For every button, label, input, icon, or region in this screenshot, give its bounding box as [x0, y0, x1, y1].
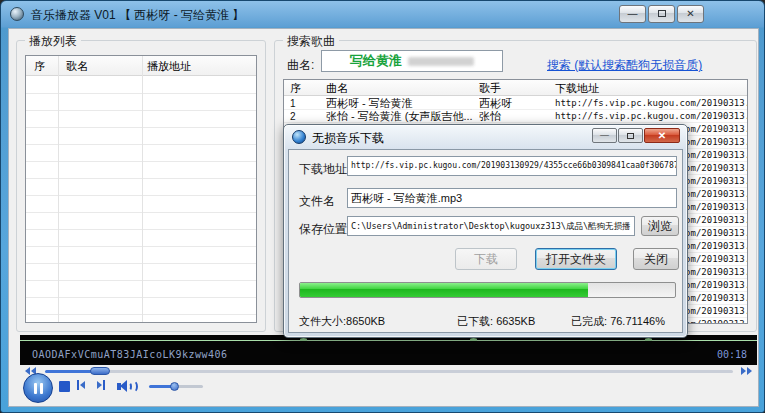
file-name-label: 文件名 [299, 193, 335, 210]
playlist-col-name: 歌名 [66, 59, 88, 74]
table-row[interactable]: 2张怡 - 写给黄淮 (女声版吉他...张怡http://fs.vip.pc.k… [284, 110, 747, 123]
playlist-divider [58, 56, 59, 322]
client-area: 播放列表 序 歌名 播放地址 搜索歌曲 曲名: 写给黄淮 搜索 (默认搜索酷狗无… [8, 28, 759, 407]
seek-thumb[interactable] [90, 367, 110, 375]
completed-value: 76.71146% [610, 315, 665, 327]
playlist-title: 播放列表 [25, 33, 81, 50]
table-cell: 张怡 - 写给黄淮 (女声版吉他... [326, 110, 476, 123]
query-value: 写给黄淮 [350, 52, 402, 70]
maximize-icon [627, 133, 634, 139]
search-input[interactable]: 写给黄淮 [321, 50, 503, 72]
dialog-close-button[interactable]: ✕ [644, 128, 680, 143]
browse-button[interactable]: 浏览 [641, 216, 679, 236]
pause-icon [40, 383, 43, 394]
search-link[interactable]: 搜索 (默认搜索酷狗无损音质) [547, 57, 702, 74]
spectrum-bump [645, 338, 652, 341]
playlist-header: 序 歌名 播放地址 [26, 56, 256, 76]
dialog-icon [292, 130, 306, 144]
playlist-panel: 播放列表 序 歌名 播放地址 [16, 40, 266, 332]
pause-button[interactable] [23, 373, 53, 403]
close-icon: ✕ [686, 8, 694, 19]
progress-bar [299, 282, 676, 298]
completed-label: 已完成: [571, 315, 607, 327]
table-cell: http://fs.vip.pc.kugou.com/20190313... [555, 110, 747, 123]
playlist-col-url: 播放地址 [147, 59, 191, 74]
close-icon: ✕ [658, 130, 666, 141]
downloaded-value: 6635KB [496, 315, 535, 327]
spectrum-bump [300, 338, 307, 341]
dialog-maximize-button[interactable] [618, 128, 643, 143]
table-cell: 西彬呀 - 写给黄淮 [326, 97, 476, 110]
save-location-label: 保存位置 [299, 221, 347, 238]
dialog-body: 下载地址 http://fs.vip.pc.kugou.com/20190313… [288, 149, 683, 333]
minimize-button[interactable]: — [619, 5, 646, 23]
results-col-artist: 歌手 [479, 81, 501, 96]
download-url-field[interactable]: http://fs.vip.pc.kugou.com/201903130929/… [347, 156, 677, 176]
results-col-name: 曲名 [326, 81, 348, 96]
dialog-minimize-button[interactable]: — [592, 128, 617, 143]
spectrum-bump [470, 338, 477, 341]
playlist-col-no: 序 [34, 59, 45, 74]
close-button[interactable]: ✕ [677, 5, 704, 23]
app-icon [10, 7, 24, 21]
downloaded-stat: 已下载: 6635KB [457, 314, 535, 329]
completed-stat: 已完成: 76.71146% [571, 314, 665, 329]
table-row[interactable]: 1西彬呀 - 写给黄淮西彬呀http://fs.vip.pc.kugou.com… [284, 97, 747, 110]
next-icon [97, 381, 102, 389]
previous-button[interactable] [77, 380, 85, 390]
results-col-no: 序 [290, 81, 301, 96]
search-results-header: 序 曲名 歌手 下载地址 [284, 80, 747, 96]
file-size-label: 文件大小: [299, 315, 346, 327]
minimize-icon: — [600, 130, 609, 140]
open-folder-button[interactable]: 打开文件夹 [535, 248, 617, 270]
next-button[interactable] [97, 380, 105, 390]
maximize-icon [658, 10, 666, 17]
volume-icon[interactable] [117, 380, 143, 393]
playlist-divider [142, 56, 143, 322]
query-label: 曲名: [287, 57, 314, 74]
visualizer-bar: OAODAFxVCmuAT83JAIcoLK9kzww406 00:18 [20, 335, 757, 365]
titlebar: 音乐播放器 V01 【 西彬呀 - 写给黄淮 】 — ✕ [1, 1, 764, 28]
download-url-label: 下载地址 [299, 161, 347, 178]
redacted-text [408, 57, 474, 66]
table-cell: 2 [290, 110, 296, 123]
table-cell: http://fs.vip.pc.kugou.com/20190313... [555, 97, 747, 110]
seek-slider[interactable] [45, 370, 733, 373]
table-cell: 张怡 [479, 110, 553, 123]
progress-fill [300, 283, 588, 297]
playlist-table[interactable]: 序 歌名 播放地址 [25, 55, 257, 323]
fast-forward-icon[interactable] [741, 367, 752, 375]
download-dialog: 无损音乐下载 — ✕ 下载地址 http://fs.vip.pc.kugou.c… [283, 124, 688, 338]
table-cell: 1 [290, 97, 296, 110]
window-title: 音乐播放器 V01 【 西彬呀 - 写给黄淮 】 [31, 7, 244, 24]
download-button[interactable]: 下载 [455, 248, 517, 270]
file-size-value: 8650KB [346, 315, 385, 327]
downloaded-label: 已下载: [457, 315, 493, 327]
table-cell: 西彬呀 [479, 97, 553, 110]
save-location-field[interactable]: C:\Users\Administrator\Desktop\kugouxz31… [347, 216, 635, 236]
pause-icon [34, 383, 37, 394]
file-name-field[interactable]: 西彬呀 - 写给黄淮.mp3 [347, 188, 677, 208]
dialog-title: 无损音乐下载 [312, 130, 384, 147]
time-display: 00:18 [717, 349, 747, 360]
minimize-icon: — [628, 8, 638, 19]
file-size-stat: 文件大小:8650KB [299, 314, 385, 329]
stream-code: OAODAFxVCmuAT83JAIcoLK9kzww406 [32, 349, 228, 360]
playlist-body[interactable] [26, 77, 256, 322]
search-title: 搜索歌曲 [283, 33, 339, 50]
previous-icon [80, 381, 85, 389]
volume-thumb[interactable] [170, 382, 179, 391]
stop-button[interactable] [59, 381, 70, 392]
app-window: 音乐播放器 V01 【 西彬呀 - 写给黄淮 】 — ✕ 播放列表 序 歌名 播… [0, 0, 765, 413]
maximize-button[interactable] [648, 5, 675, 23]
volume-slider[interactable] [149, 385, 203, 388]
close-dialog-button[interactable]: 关闭 [633, 248, 679, 270]
results-col-url: 下载地址 [555, 81, 599, 96]
